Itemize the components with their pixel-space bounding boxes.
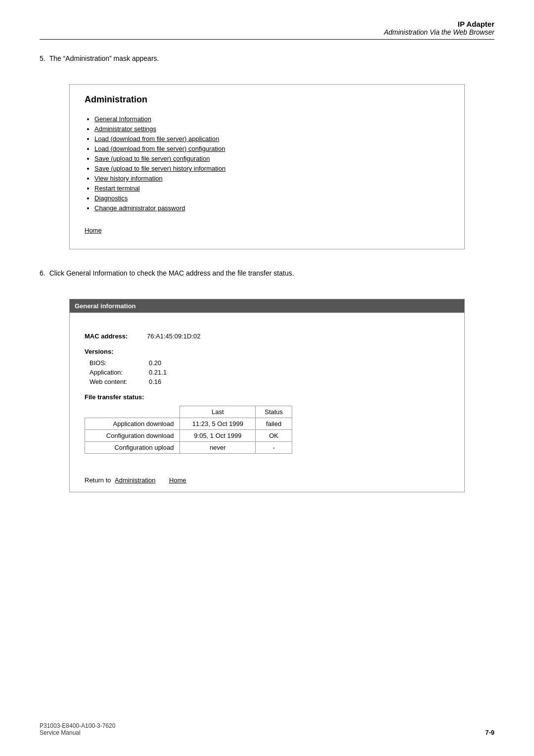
file-transfer-table: Last Status Application download 11:23, … — [85, 406, 292, 454]
table-row: Application download 11:23, 5 Oct 1999 f… — [85, 418, 292, 430]
row3-last: never — [180, 442, 256, 454]
versions-section: Versions: BIOS: 0.20 Application: 0.21.1… — [85, 348, 449, 385]
list-item[interactable]: Restart terminal — [94, 184, 449, 192]
return-home-link[interactable]: Home — [169, 476, 186, 484]
doc-number: P31003-E8400-A100-3-7620 — [40, 722, 115, 729]
table-row: Configuration upload never - — [85, 442, 292, 454]
general-info-box: General information MAC address: 76:A1:4… — [69, 299, 465, 492]
list-item[interactable]: Diagnostics — [94, 194, 449, 202]
view-history-link[interactable]: View history information — [94, 175, 163, 182]
row2-last: 9:05, 1 Oct 1999 — [180, 430, 256, 442]
page-footer: P31003-E8400-A100-3-7620 Service Manual — [40, 722, 115, 736]
list-item[interactable]: Administrator settings — [94, 125, 449, 133]
header-subtitle: Administration Via the Web Browser — [40, 28, 494, 36]
file-transfer-section: File transfer status: Last Status Applic… — [85, 393, 449, 454]
bios-row: BIOS: 0.20 — [85, 359, 449, 367]
application-key: Application: — [89, 369, 149, 376]
webcontent-row: Web content: 0.16 — [85, 378, 449, 385]
gen-info-bottom: Return to Administration Home — [70, 469, 464, 492]
return-text: Return to — [85, 476, 111, 484]
step5-container: 5. The “Administration” mask appears. — [40, 54, 494, 72]
list-item[interactable]: Change administrator password — [94, 204, 449, 212]
step6-number: 6. — [40, 269, 45, 277]
save-history-link[interactable]: Save (upload to file server) history inf… — [94, 165, 225, 172]
row1-status: failed — [256, 418, 292, 430]
mac-value: 76:A1:45:09:1D:02 — [147, 332, 200, 340]
step5-number: 5. — [40, 54, 45, 62]
diagnostics-link[interactable]: Diagnostics — [94, 194, 128, 202]
administrator-settings-link[interactable]: Administrator settings — [94, 125, 156, 133]
header-title: IP Adapter — [40, 20, 494, 28]
row1-last: 11:23, 5 Oct 1999 — [180, 418, 256, 430]
step6-container: 6. Click General Information to check th… — [40, 269, 494, 287]
row3-label: Configuration upload — [85, 442, 180, 454]
application-row: Application: 0.21.1 — [85, 369, 449, 376]
row2-status: OK — [256, 430, 292, 442]
step6-text: Click General Information to check the M… — [49, 269, 294, 277]
general-info-header: General information — [70, 299, 464, 313]
versions-title: Versions: — [85, 348, 449, 355]
list-item[interactable]: Save (upload to file server) configurati… — [94, 154, 449, 162]
table-row: Configuration download 9:05, 1 Oct 1999 … — [85, 430, 292, 442]
list-item[interactable]: Load (download from file server) configu… — [94, 144, 449, 152]
load-application-link[interactable]: Load (download from file server) applica… — [94, 135, 219, 142]
row2-label: Configuration download — [85, 430, 180, 442]
row1-label: Application download — [85, 418, 180, 430]
return-admin-link[interactable]: Administration — [115, 476, 155, 484]
general-information-link[interactable]: General Information — [94, 115, 151, 123]
mac-row: MAC address: 76:A1:45:09:1D:02 — [85, 332, 449, 340]
admin-menu-list: General Information Administrator settin… — [85, 115, 449, 212]
file-transfer-title: File transfer status: — [85, 393, 449, 401]
mac-label: MAC address: — [85, 332, 139, 340]
col-header-last: Last — [180, 406, 256, 418]
admin-box: Administration General Information Admin… — [69, 84, 465, 249]
bios-key: BIOS: — [89, 359, 149, 367]
page-number: 7-9 — [485, 729, 494, 736]
webcontent-val: 0.16 — [149, 378, 161, 385]
bios-val: 0.20 — [149, 359, 161, 367]
list-item[interactable]: General Information — [94, 115, 449, 123]
list-item[interactable]: Save (upload to file server) history inf… — [94, 164, 449, 172]
application-val: 0.21.1 — [149, 369, 167, 376]
admin-home-link[interactable]: Home — [85, 227, 449, 234]
row3-status: - — [256, 442, 292, 454]
list-item[interactable]: Load (download from file server) applica… — [94, 135, 449, 142]
webcontent-key: Web content: — [89, 378, 149, 385]
step5-text: The “Administration” mask appears. — [49, 54, 159, 62]
general-info-inner: MAC address: 76:A1:45:09:1D:02 Versions:… — [70, 323, 464, 469]
doc-type: Service Manual — [40, 729, 115, 736]
load-configuration-link[interactable]: Load (download from file server) configu… — [94, 145, 225, 152]
restart-terminal-link[interactable]: Restart terminal — [94, 185, 140, 192]
admin-box-title: Administration — [85, 94, 449, 105]
page-header: IP Adapter Administration Via the Web Br… — [40, 20, 494, 40]
change-password-link[interactable]: Change administrator password — [94, 204, 185, 212]
home-link[interactable]: Home — [85, 227, 102, 234]
list-item[interactable]: View history information — [94, 174, 449, 182]
save-configuration-link[interactable]: Save (upload to file server) configurati… — [94, 155, 210, 162]
col-header-status: Status — [256, 406, 292, 418]
